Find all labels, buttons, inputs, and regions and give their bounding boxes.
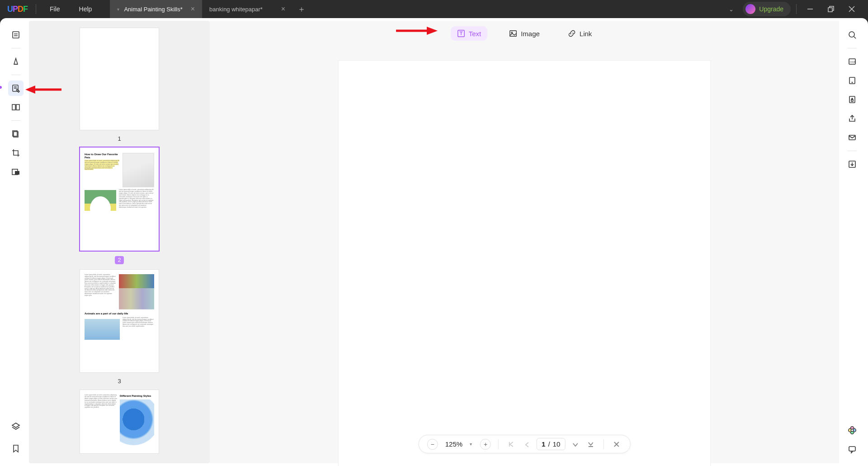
edit-link-button[interactable]: Link: [561, 26, 599, 41]
upgrade-label: Upgrade: [759, 5, 783, 13]
separator: [848, 151, 857, 151]
edit-image-button[interactable]: Image: [503, 26, 546, 41]
workspace: 1 How to Draw Our Favorite Pets Lorem ip…: [0, 18, 868, 466]
svg-point-24: [849, 32, 854, 37]
menu-bar: File Help: [37, 5, 104, 13]
svg-rect-12: [16, 105, 19, 110]
thumb-image-watercolor: [120, 399, 154, 449]
add-tab-button[interactable]: ＋: [292, 0, 311, 18]
layers-button[interactable]: [8, 419, 24, 434]
zoom-out-button[interactable]: −: [427, 439, 438, 450]
save-button[interactable]: [844, 157, 860, 172]
document-tabs: ▾ Animal Painting Skills* × banking whit…: [110, 0, 311, 18]
thumb-image-dog-sketch: [123, 153, 154, 187]
page-thumbnail-2[interactable]: How to Draw Our Favorite Pets Lorem ipsu…: [80, 147, 159, 250]
page-navigation-toolbar: − 125% ▾ + 1 / 10: [419, 435, 631, 453]
email-button[interactable]: [844, 130, 860, 145]
crop-button[interactable]: [8, 145, 24, 161]
next-page-button[interactable]: [570, 439, 580, 450]
page-number-label: 3: [118, 378, 121, 385]
upgrade-button[interactable]: Upgrade: [743, 2, 791, 16]
document-view[interactable]: Text Image Link − 125% ▾ + 1 / 10: [210, 21, 839, 463]
active-dot-icon: [0, 86, 2, 89]
page-number-label-selected: 2: [115, 256, 124, 264]
share-button[interactable]: [844, 111, 860, 126]
edit-link-label: Link: [580, 30, 592, 38]
menu-help[interactable]: Help: [79, 5, 92, 13]
edit-text-label: Text: [469, 30, 481, 38]
separator: [36, 4, 36, 14]
zoom-dropdown-icon[interactable]: ▾: [470, 442, 476, 447]
tab-close-icon[interactable]: ×: [183, 5, 195, 13]
edit-image-label: Image: [521, 30, 540, 38]
page-canvas[interactable]: [339, 61, 710, 466]
svg-point-37: [851, 429, 854, 432]
svg-line-25: [854, 37, 856, 38]
page-thumbnail-4[interactable]: Lorem ipsum dolor sit amet consectetur a…: [80, 390, 159, 453]
svg-rect-38: [849, 447, 855, 451]
svg-rect-1: [828, 8, 832, 12]
edit-mode-toolbar: Text Image Link: [451, 26, 599, 41]
window-close-button[interactable]: [844, 2, 860, 16]
tab-animal-painting[interactable]: ▾ Animal Painting Skills* ×: [110, 0, 202, 18]
first-page-button[interactable]: [506, 439, 517, 450]
svg-rect-30: [851, 100, 853, 101]
separator: [848, 48, 857, 48]
current-page: 1: [542, 440, 545, 448]
tabs-overflow-icon[interactable]: ⌄: [724, 6, 738, 13]
title-bar: UPDF File Help ▾ Animal Painting Skills*…: [0, 0, 868, 18]
svg-rect-11: [12, 105, 15, 110]
window-controls-group: ⌄ Upgrade: [724, 2, 868, 16]
zoom-in-button[interactable]: +: [480, 439, 491, 450]
thumbnail-panel[interactable]: 1 How to Draw Our Favorite Pets Lorem ip…: [29, 21, 210, 463]
thumb-image-butterfly: [85, 319, 120, 340]
window-restore-button[interactable]: [823, 2, 839, 16]
right-toolbar: OCR: [839, 21, 865, 463]
thumb-heading: Animals are a part of our daily life: [85, 312, 154, 315]
menu-file[interactable]: File: [50, 5, 60, 13]
last-page-button[interactable]: [585, 439, 596, 450]
convert-button[interactable]: [844, 73, 860, 88]
thumb-image-dog-photo: [85, 190, 116, 227]
search-button[interactable]: [844, 27, 860, 43]
svg-rect-31: [849, 135, 855, 140]
protect-button[interactable]: [844, 92, 860, 107]
highlighter-button[interactable]: [8, 54, 24, 69]
svg-text:OCR: OCR: [850, 61, 856, 63]
page-separator: /: [548, 440, 550, 448]
reader-mode-button[interactable]: [8, 27, 24, 43]
thumb-heading: How to Draw Our Favorite Pets: [85, 153, 120, 159]
ai-assistant-button[interactable]: [844, 423, 860, 438]
separator: [11, 48, 20, 48]
edit-pdf-button[interactable]: [8, 81, 24, 96]
thumb-image-paint-palette: [119, 274, 154, 309]
separator: [603, 439, 604, 449]
separator: [796, 4, 797, 14]
bookmark-button[interactable]: [8, 441, 24, 456]
separator: [498, 439, 499, 449]
chat-button[interactable]: [844, 442, 860, 457]
close-toolbar-button[interactable]: [611, 439, 622, 450]
two-page-view-button[interactable]: [8, 100, 24, 115]
zoom-level-label[interactable]: 125%: [443, 440, 465, 448]
page-number-label: 1: [118, 135, 121, 142]
svg-rect-16: [15, 171, 19, 175]
thumb-heading: Different Painting Styles: [120, 395, 154, 398]
tab-banking-whitepaper[interactable]: banking whitepapar* ×: [202, 0, 292, 18]
separator: [11, 120, 20, 121]
window-minimize-button[interactable]: [802, 2, 818, 16]
page-thumbnail-1[interactable]: [80, 28, 159, 130]
ocr-button[interactable]: OCR: [844, 54, 860, 69]
svg-rect-18: [510, 31, 516, 37]
page-thumbnail-3[interactable]: Lorem ipsum dolor sit amet, consectetur …: [80, 270, 159, 372]
tab-dropdown-icon[interactable]: ▾: [117, 7, 119, 12]
tab-title: Animal Painting Skills*: [124, 6, 182, 13]
tab-close-icon[interactable]: ×: [273, 5, 285, 13]
page-number-input[interactable]: 1 / 10: [537, 438, 565, 450]
svg-rect-4: [13, 32, 19, 38]
organize-pages-button[interactable]: [8, 126, 24, 142]
prev-page-button[interactable]: [521, 439, 532, 450]
left-toolbar-bottom: [3, 419, 29, 456]
edit-text-button[interactable]: Text: [451, 26, 488, 41]
redact-button[interactable]: [8, 164, 24, 180]
